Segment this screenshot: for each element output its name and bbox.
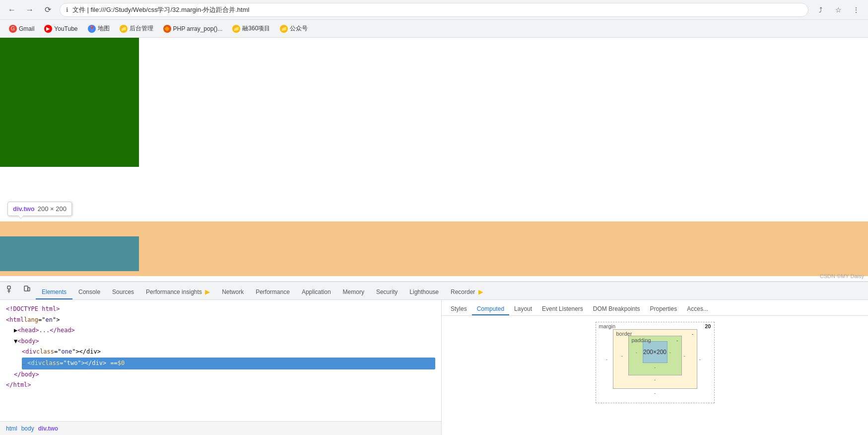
bookmark-gmail-label: Gmail bbox=[19, 25, 34, 32]
styles-tab-layout[interactable]: Layout bbox=[509, 303, 537, 315]
dom-line-div-one[interactable]: <div class="one"></div> bbox=[6, 347, 435, 358]
bookmark-php-label: PHP array_pop()... bbox=[173, 25, 223, 32]
device-toggle-button[interactable] bbox=[20, 283, 34, 296]
performance-insights-flag bbox=[205, 290, 210, 295]
breadcrumb-body[interactable]: body bbox=[21, 425, 34, 432]
inspect-element-button[interactable] bbox=[4, 283, 18, 296]
margin-left-val: - bbox=[606, 329, 613, 389]
recorder-flag bbox=[478, 290, 483, 295]
box-model-diagram: margin 20 - border - bbox=[596, 322, 715, 403]
tab-elements[interactable]: Elements bbox=[36, 286, 72, 299]
dom-breadcrumb: html body div.two bbox=[0, 421, 441, 435]
styles-tab-properties[interactable]: Properties bbox=[645, 303, 682, 315]
bookmarks-bar: G Gmail ▶ YouTube 📍 地图 📁 后台管理 🔶 PHP arra… bbox=[0, 20, 868, 38]
address-bar[interactable]: ℹ 文件 | file:///G:/Study/Web/css学习/32.mar… bbox=[60, 3, 808, 17]
info-icon: ℹ bbox=[66, 6, 68, 13]
dom-line-body-close: </body> bbox=[6, 369, 435, 380]
styles-tab-styles[interactable]: Styles bbox=[446, 303, 472, 315]
border-middle-row: - padding - - bbox=[621, 336, 689, 375]
tab-application[interactable]: Application bbox=[296, 286, 337, 299]
margin-middle-row: - border - - bbox=[606, 329, 704, 389]
bookmark-admin[interactable]: 📁 后台管理 bbox=[116, 22, 157, 35]
devtools-body: <!DOCTYPE html> <html lang="en"> ▶<head>… bbox=[0, 300, 868, 435]
devtools-tabs: Elements Console Sources Performance ins… bbox=[0, 282, 868, 300]
content-box: 200×200 bbox=[643, 341, 668, 363]
browser-frame: ← → ⟳ ℹ 文件 | file:///G:/Study/Web/css学习/… bbox=[0, 0, 868, 435]
svg-rect-0 bbox=[7, 286, 10, 289]
styles-tab-computed[interactable]: Computed bbox=[472, 303, 509, 315]
padding-label: padding bbox=[632, 337, 651, 343]
tab-security[interactable]: Security bbox=[370, 286, 403, 299]
padding-left-val: - bbox=[636, 341, 643, 363]
breadcrumb-html[interactable]: html bbox=[6, 425, 17, 432]
bookmark-php[interactable]: 🔶 PHP array_pop()... bbox=[159, 23, 227, 35]
styles-tab-accessibility[interactable]: Acces... bbox=[682, 303, 713, 315]
dom-line-div-two[interactable]: … <div class="two"></div> == $0 bbox=[22, 358, 435, 369]
body-expand[interactable]: ▼ bbox=[14, 336, 17, 347]
styles-panel: Styles Computed Layout Event Listeners D… bbox=[442, 300, 868, 435]
dom-line-body[interactable]: ▼<body> bbox=[6, 336, 435, 347]
title-bar: ← → ⟳ ℹ 文件 | file:///G:/Study/Web/css学习/… bbox=[0, 0, 868, 20]
doctype-text: <!DOCTYPE html> bbox=[6, 304, 60, 315]
element-tooltip: div.two 200 × 200 bbox=[7, 202, 72, 216]
styles-tab-event-listeners[interactable]: Event Listeners bbox=[537, 303, 588, 315]
bookmark-maps-label: 地图 bbox=[98, 24, 110, 33]
border-right-val: - bbox=[682, 336, 689, 375]
nav-buttons: ← → ⟳ bbox=[5, 3, 55, 17]
styles-tab-dom-breakpoints[interactable]: DOM Breakpoints bbox=[588, 303, 645, 315]
border-box: border - - padding - bbox=[613, 329, 697, 389]
border-left-val: - bbox=[621, 336, 628, 375]
padding-right-val: - bbox=[668, 341, 674, 363]
dom-line-html[interactable]: <html lang="en"> bbox=[6, 315, 435, 326]
dom-code: <!DOCTYPE html> <html lang="en"> ▶<head>… bbox=[0, 300, 441, 421]
margin-label: margin bbox=[599, 323, 616, 329]
dom-line-html-close: </html> bbox=[6, 380, 435, 391]
forward-button[interactable]: → bbox=[23, 3, 37, 17]
bookmark-admin-label: 后台管理 bbox=[130, 24, 153, 33]
margin-right-val: - bbox=[697, 329, 704, 389]
margin-box: margin 20 - border - bbox=[596, 322, 715, 403]
tab-recorder[interactable]: Recorder bbox=[445, 286, 489, 299]
back-button[interactable]: ← bbox=[5, 3, 19, 17]
tab-memory[interactable]: Memory bbox=[337, 286, 370, 299]
reload-button[interactable]: ⟳ bbox=[41, 3, 55, 17]
padding-dash: - bbox=[676, 337, 678, 343]
box-model-container: margin 20 - border - bbox=[442, 316, 868, 435]
breadcrumb-current[interactable]: div.two bbox=[38, 425, 58, 432]
margin-bottom-val: - bbox=[606, 390, 704, 396]
watermark: CSDN ©MY Daisy bbox=[820, 273, 864, 279]
maps-icon: 📍 bbox=[88, 25, 96, 33]
padding-box: padding - - 200×200 - bbox=[628, 336, 682, 375]
tab-performance[interactable]: Performance bbox=[250, 286, 296, 299]
dom-dots: … bbox=[22, 358, 25, 369]
margin-value: 20 bbox=[705, 323, 711, 329]
tab-performance-insights[interactable]: Performance insights bbox=[140, 286, 216, 299]
tooltip-size: 200 × 200 bbox=[38, 205, 67, 213]
svg-rect-3 bbox=[24, 286, 28, 291]
bookmark-button[interactable]: ☆ bbox=[831, 3, 845, 17]
tab-sources[interactable]: Sources bbox=[106, 286, 140, 299]
tooltip-class: div.two bbox=[13, 205, 35, 213]
head-collapse[interactable]: ▶ bbox=[14, 325, 17, 336]
bookmark-r360-label: 融360项目 bbox=[242, 24, 270, 33]
menu-button[interactable]: ⋮ bbox=[849, 3, 863, 17]
url-text: 文件 | file:///G:/Study/Web/css学习/32.margi… bbox=[72, 5, 249, 14]
bookmark-youtube[interactable]: ▶ YouTube bbox=[40, 23, 81, 35]
share-button[interactable]: ⤴ bbox=[813, 3, 827, 17]
tab-lighthouse[interactable]: Lighthouse bbox=[403, 286, 445, 299]
bookmark-r360[interactable]: 📁 融360项目 bbox=[228, 22, 274, 35]
php-icon: 🔶 bbox=[163, 25, 171, 33]
bookmark-public[interactable]: 📁 公众号 bbox=[276, 22, 312, 35]
tab-console[interactable]: Console bbox=[72, 286, 106, 299]
dom-line-head[interactable]: ▶<head>...</head> bbox=[6, 325, 435, 336]
svg-rect-4 bbox=[28, 288, 30, 291]
tab-network[interactable]: Network bbox=[216, 286, 250, 299]
bookmark-maps[interactable]: 📍 地图 bbox=[84, 22, 114, 35]
public-folder-icon: 📁 bbox=[280, 25, 288, 33]
viewport: div.two 200 × 200 CSDN ©MY Daisy bbox=[0, 38, 868, 435]
youtube-icon: ▶ bbox=[44, 25, 52, 33]
dom-panel: <!DOCTYPE html> <html lang="en"> ▶<head>… bbox=[0, 300, 442, 435]
padding-middle-row: - 200×200 - bbox=[636, 341, 674, 363]
bookmark-gmail[interactable]: G Gmail bbox=[5, 23, 38, 35]
admin-folder-icon: 📁 bbox=[120, 25, 128, 33]
